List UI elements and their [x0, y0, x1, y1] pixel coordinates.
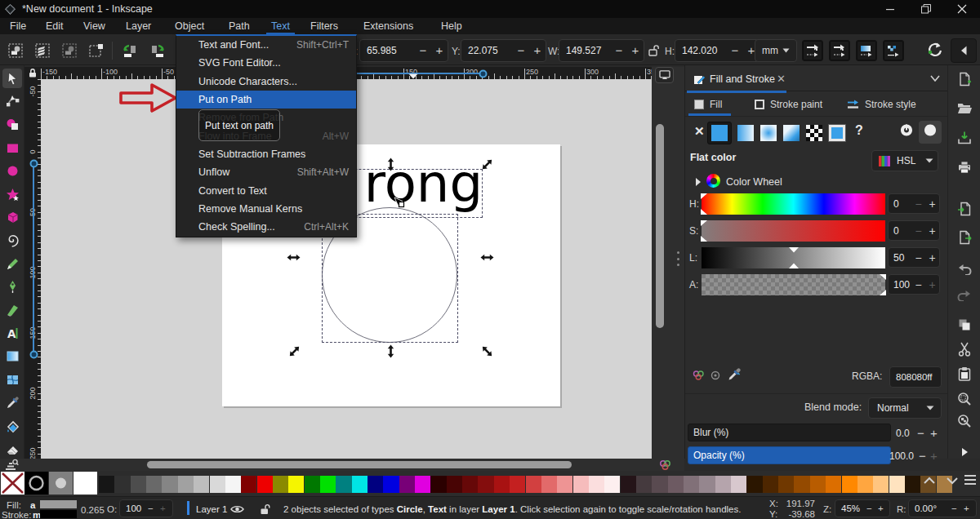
menubar-item-text[interactable]: Text: [266, 18, 295, 34]
dialog-menu-chevron-icon[interactable]: [930, 75, 940, 82]
deselect-button[interactable]: [59, 40, 80, 61]
tab-stroke-paint[interactable]: Stroke paint: [754, 94, 822, 115]
document-print-button[interactable]: [957, 161, 972, 175]
swatch-big[interactable]: [49, 472, 73, 495]
palette-scroll-down-icon[interactable]: [946, 477, 959, 485]
edit-redo-button[interactable]: [957, 290, 972, 301]
document-save-button[interactable]: [957, 131, 972, 145]
menubar-item-view[interactable]: View: [78, 18, 110, 34]
saturation-value-field[interactable]: 0 − +: [888, 220, 940, 241]
palette-swatch[interactable]: [889, 476, 905, 493]
tool-node[interactable]: [2, 91, 22, 111]
menubar-item-help[interactable]: Help: [436, 18, 467, 34]
menubar-item-object[interactable]: Object: [170, 18, 209, 34]
lightness-value-field[interactable]: 50 − +: [888, 247, 940, 268]
menu-item-unicode-characters[interactable]: Unicode Characters...: [176, 73, 356, 91]
palette-swatch[interactable]: [763, 476, 778, 493]
tool-calligraphy[interactable]: [2, 300, 22, 320]
swatch-big[interactable]: [74, 472, 97, 495]
swatch-none[interactable]: [1, 472, 24, 495]
palette-swatch[interactable]: [320, 476, 336, 493]
palette-swatch[interactable]: [478, 476, 493, 493]
palette-swatch[interactable]: [652, 476, 667, 493]
color-management-icon[interactable]: [658, 459, 672, 471]
opacity-decrement[interactable]: −: [148, 503, 160, 513]
palette-swatch[interactable]: [462, 476, 478, 493]
rgba-field[interactable]: 808080ff: [889, 366, 942, 388]
zoom-increment[interactable]: +: [878, 503, 889, 513]
menu-item-set-subtraction-frames[interactable]: Set Subtraction Frames: [176, 145, 356, 163]
palette-swatch[interactable]: [621, 476, 636, 493]
w-decrement[interactable]: −: [611, 40, 627, 61]
tool-ellipse[interactable]: [2, 162, 22, 181]
slider-thumb[interactable]: [879, 274, 886, 295]
paint-radial-gradient-button[interactable]: [760, 125, 777, 141]
snapbar-collapse-button[interactable]: [951, 38, 977, 63]
menu-item-unflow[interactable]: Unflow Shift+Alt+W: [176, 163, 356, 181]
lightness-decrement[interactable]: −: [911, 251, 925, 264]
slider-thumb[interactable]: [789, 247, 799, 268]
palette-swatch[interactable]: [873, 476, 889, 493]
palette-swatch[interactable]: [241, 476, 256, 493]
paint-flat-button[interactable]: [711, 125, 728, 141]
rotate-cw-button[interactable]: [147, 40, 168, 61]
palette-swatch[interactable]: [668, 476, 684, 493]
palette-scroll-up-icon[interactable]: [923, 477, 936, 485]
move-patterns-toggle[interactable]: [883, 40, 904, 61]
lock-ratio-icon[interactable]: [648, 44, 660, 56]
sticky-zoom-icon[interactable]: [4, 459, 19, 471]
palette-swatch[interactable]: [415, 476, 430, 493]
saturation-slider[interactable]: [702, 220, 885, 242]
fill-rule-nonzero-button[interactable]: [923, 123, 938, 137]
w-field[interactable]: 149.527 − +: [559, 39, 644, 62]
palette-swatch[interactable]: [905, 476, 920, 493]
select-all-button[interactable]: [5, 40, 26, 61]
opacity-decrement[interactable]: −: [919, 449, 926, 463]
x-decrement[interactable]: −: [415, 40, 431, 61]
palette-swatch[interactable]: [146, 476, 162, 493]
handle-top-right[interactable]: [480, 157, 494, 171]
display-mode-icon[interactable]: [655, 67, 674, 83]
edit-undo-button[interactable]: [957, 264, 972, 275]
handle-bottom-left[interactable]: [287, 344, 301, 358]
document-import-button[interactable]: [957, 202, 972, 216]
fill-rule-evenodd-button[interactable]: [899, 123, 914, 137]
palette-swatch[interactable]: [225, 476, 241, 493]
palette-swatch[interactable]: [162, 476, 177, 493]
handle-left[interactable]: [287, 251, 301, 264]
palette-menu-icon[interactable]: [964, 472, 977, 487]
tool-spiral[interactable]: [2, 231, 22, 251]
tool-rectangle[interactable]: [2, 138, 22, 157]
y-decrement[interactable]: −: [513, 40, 529, 61]
hue-slider[interactable]: [702, 193, 885, 215]
handle-top[interactable]: [384, 157, 398, 171]
tool-shape-builder[interactable]: [2, 115, 22, 135]
blend-mode-dropdown[interactable]: Normal: [868, 397, 942, 419]
saturation-decrement[interactable]: −: [911, 224, 925, 237]
panel-splitter-grip[interactable]: [676, 251, 679, 266]
palette-swatch[interactable]: [604, 476, 620, 493]
alpha-slider[interactable]: [702, 274, 885, 295]
document-new-button[interactable]: [957, 72, 972, 86]
hue-decrement[interactable]: −: [911, 197, 925, 211]
document-open-button[interactable]: [956, 102, 972, 115]
blur-increment[interactable]: +: [930, 426, 938, 440]
expander-triangle-icon[interactable]: [695, 177, 702, 187]
palette-swatch[interactable]: [194, 476, 209, 493]
w-increment[interactable]: +: [627, 40, 644, 61]
menu-item-remove-manual-kerns[interactable]: Remove Manual Kerns: [176, 200, 356, 218]
palette-swatch[interactable]: [178, 476, 194, 493]
lightness-increment[interactable]: +: [925, 251, 939, 264]
tab-fill[interactable]: Fill: [693, 94, 722, 115]
paint-mesh-gradient-button[interactable]: [783, 125, 800, 141]
palette-swatch[interactable]: [541, 476, 557, 493]
snap-toggle-icon[interactable]: [926, 42, 944, 60]
paint-unknown-button[interactable]: ?: [855, 123, 863, 138]
ruler-corner-lock[interactable]: [24, 67, 41, 79]
opacity-increment[interactable]: +: [160, 503, 172, 513]
palette-swatch[interactable]: [842, 476, 858, 493]
blur-decrement[interactable]: −: [917, 426, 924, 440]
palette-swatch[interactable]: [858, 476, 873, 493]
menubar-item-edit[interactable]: Edit: [41, 18, 69, 34]
layer-name[interactable]: Layer 1: [196, 504, 227, 514]
